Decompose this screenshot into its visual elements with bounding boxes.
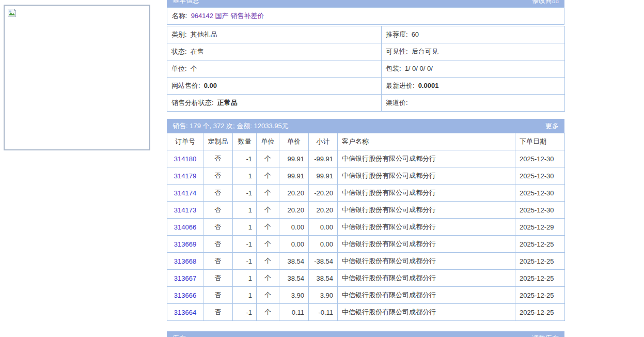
sales-analysis-value: 正常品 — [217, 99, 238, 106]
order-row: 313668 否 -1 个 38.54 -38.54 中信银行股份有限公司成都分… — [167, 253, 565, 270]
unit-label: 单位: — [171, 65, 187, 72]
customer-cell: 中信银行股份有限公司成都分行 — [338, 202, 515, 219]
customer-cell: 中信银行股份有限公司成都分行 — [338, 304, 515, 321]
product-name-link[interactable]: 964142 国产 销售补差价 — [191, 11, 264, 21]
unit-price-cell: 99.91 — [279, 167, 309, 185]
site-price-value: 0.00 — [204, 82, 217, 89]
quantity-cell: -1 — [233, 185, 257, 202]
order-date-cell: 2025-12-25 — [515, 253, 565, 270]
unit-cell: 个 — [257, 219, 279, 236]
customized-cell: 否 — [203, 304, 233, 321]
sales-analysis-cell: 销售分析状态:正常品 — [167, 95, 382, 112]
info-row-price: 网站售价:0.00 最新进价:0.0001 — [167, 78, 565, 95]
subtotal-cell: 20.20 — [309, 202, 338, 219]
order-no-cell: 314180 — [167, 150, 203, 167]
order-no-cell: 313664 — [167, 304, 203, 321]
package-label: 包装: — [386, 65, 401, 72]
order-link[interactable]: 314179 — [174, 172, 196, 180]
order-row: 313669 否 -1 个 0.00 0.00 中信银行股份有限公司成都分行 2… — [167, 236, 565, 253]
basic-info-table: 类别:其他礼品 推荐度:60 状态:在售 可见性:后台可见 — [167, 26, 565, 112]
order-no-cell: 313666 — [167, 287, 203, 304]
sales-more-link[interactable]: 更多 — [545, 121, 559, 131]
inventory-action-link[interactable]: 调整库存 — [532, 334, 559, 337]
unit-price-cell: 20.20 — [279, 202, 309, 219]
broken-image-icon — [7, 8, 17, 18]
order-no-cell: 313669 — [167, 236, 203, 253]
order-date-cell: 2025-12-25 — [515, 287, 565, 304]
unit-cell: 个 — [257, 253, 279, 270]
header-customer: 客户名称 — [338, 133, 515, 150]
unit-price-cell: 20.20 — [279, 185, 309, 202]
unit-cell: 个 — [257, 167, 279, 185]
order-link[interactable]: 313668 — [174, 257, 196, 265]
category-value: 其他礼品 — [191, 30, 217, 38]
unit-cell: 个 — [257, 185, 279, 202]
unit-price-cell: 38.54 — [279, 253, 309, 270]
subtotal-cell: 99.91 — [309, 167, 338, 185]
info-row-analysis: 销售分析状态:正常品 渠道价: — [167, 95, 565, 112]
order-no-cell: 314174 — [167, 185, 203, 202]
customized-cell: 否 — [203, 167, 233, 185]
quantity-cell: 1 — [233, 202, 257, 219]
sales-table-header-row: 订单号 定制品 数量 单位 单价 小计 客户名称 下单日期 — [167, 133, 565, 150]
quantity-cell: 1 — [233, 167, 257, 185]
order-link[interactable]: 314066 — [174, 223, 196, 231]
unit-cell: 个 — [257, 150, 279, 167]
order-no-cell: 314179 — [167, 167, 203, 185]
inventory-section-bar: 库存: 调整库存 — [167, 331, 564, 337]
category-label: 类别: — [171, 30, 187, 38]
order-date-cell: 2025-12-25 — [515, 270, 565, 287]
info-row-category: 类别:其他礼品 推荐度:60 — [167, 26, 565, 43]
header-unit: 单位 — [257, 133, 279, 150]
quantity-cell: -1 — [233, 236, 257, 253]
product-image-placeholder — [4, 5, 150, 150]
customer-cell: 中信银行股份有限公司成都分行 — [338, 287, 515, 304]
category-cell: 类别:其他礼品 — [167, 26, 382, 43]
status-value: 在售 — [191, 48, 204, 55]
order-link[interactable]: 314173 — [174, 206, 196, 214]
order-link[interactable]: 313664 — [174, 309, 196, 316]
order-row: 314066 否 1 个 0.00 0.00 中信银行股份有限公司成都分行 20… — [167, 219, 565, 236]
subtotal-cell: 0.00 — [309, 236, 338, 253]
quantity-cell: 1 — [233, 270, 257, 287]
order-link[interactable]: 313669 — [174, 240, 196, 248]
subtotal-cell: -0.11 — [309, 304, 338, 321]
customized-cell: 否 — [203, 253, 233, 270]
status-cell: 状态:在售 — [167, 43, 382, 60]
order-row: 313666 否 1 个 3.90 3.90 中信银行股份有限公司成都分行 20… — [167, 287, 565, 304]
subtotal-cell: -38.54 — [309, 253, 338, 270]
latest-cost-value: 0.0001 — [418, 82, 439, 89]
order-link[interactable]: 313667 — [174, 274, 196, 282]
order-row: 313667 否 1 个 38.54 38.54 中信银行股份有限公司成都分行 … — [167, 270, 565, 287]
subtotal-cell: -20.20 — [309, 185, 338, 202]
channel-price-label: 渠道价: — [386, 99, 408, 106]
order-row: 314174 否 -1 个 20.20 -20.20 中信银行股份有限公司成都分… — [167, 185, 565, 202]
quantity-cell: -1 — [233, 253, 257, 270]
header-order-date: 下单日期 — [515, 133, 565, 150]
unit-cell: 个 — [257, 270, 279, 287]
order-link[interactable]: 313666 — [174, 292, 196, 299]
unit-cell: 个 — [257, 304, 279, 321]
sales-summary-title: 销售: 179 个, 372 次; 金额: 12033.95元 — [172, 121, 289, 131]
customer-cell: 中信银行股份有限公司成都分行 — [338, 270, 515, 287]
order-date-cell: 2025-12-25 — [515, 304, 565, 321]
quantity-cell: -1 — [233, 150, 257, 167]
customized-cell: 否 — [203, 185, 233, 202]
order-link[interactable]: 314174 — [174, 189, 196, 197]
order-no-cell: 314173 — [167, 202, 203, 219]
order-row: 313664 否 -1 个 0.11 -0.11 中信银行股份有限公司成都分行 … — [167, 304, 565, 321]
channel-price-cell: 渠道价: — [382, 95, 565, 112]
header-subtotal: 小计 — [309, 133, 338, 150]
edit-product-link[interactable]: 修改商品 — [532, 0, 559, 5]
subtotal-cell: 38.54 — [309, 270, 338, 287]
order-link[interactable]: 314180 — [174, 155, 196, 163]
package-value: 1/ 0/ 0/ 0/ — [405, 65, 433, 72]
customer-cell: 中信银行股份有限公司成都分行 — [338, 150, 515, 167]
order-row: 314179 否 1 个 99.91 99.91 中信银行股份有限公司成都分行 … — [167, 167, 565, 185]
order-no-cell: 313668 — [167, 253, 203, 270]
subtotal-cell: 3.90 — [309, 287, 338, 304]
product-detail-page: 基本信息 修改商品 名称: 964142 国产 销售补差价 类别:其他礼品 推荐… — [0, 0, 644, 337]
order-date-cell: 2025-12-30 — [515, 202, 565, 219]
unit-price-cell: 0.00 — [279, 219, 309, 236]
basic-info-title: 基本信息 — [172, 0, 199, 5]
